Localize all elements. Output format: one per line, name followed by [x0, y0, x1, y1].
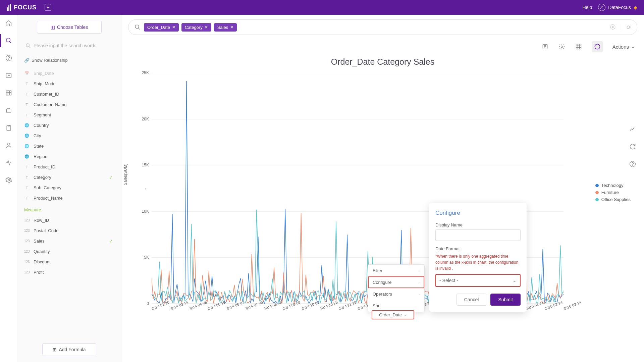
field-item[interactable]: 📅Ship_Date	[22, 68, 116, 79]
field-item[interactable]: TSub_Category	[22, 183, 116, 193]
help-chart-icon[interactable]	[629, 161, 636, 169]
field-item[interactable]: TCategory✓	[22, 172, 116, 183]
x-tick: 2016-03-14	[563, 300, 582, 311]
home-icon[interactable]	[5, 19, 12, 27]
chart-area: 05K10K15K20K25K Sales(SUM) › 2014-01-262…	[128, 69, 637, 324]
expand-caret-icon[interactable]: ›	[145, 186, 147, 192]
show-relationship-toggle[interactable]: 🔗 Show Relationship	[22, 58, 116, 63]
query-chip[interactable]: Sales✕	[214, 23, 237, 32]
measure-item[interactable]: 123Profit	[22, 267, 116, 277]
axis-context-menu: Filter› Configure› Operators› Sort	[368, 264, 425, 312]
formula-icon: ⊞	[53, 347, 57, 352]
search-nav-icon[interactable]	[5, 37, 12, 44]
svg-rect-6	[6, 109, 11, 112]
choose-tables-button[interactable]: ▥ Choose Tables	[37, 21, 102, 34]
field-item[interactable]: TSegment	[22, 110, 116, 120]
field-item[interactable]: 🌐State	[22, 141, 116, 151]
refresh-query-icon[interactable]: ⟳	[627, 24, 631, 31]
box-nav-icon[interactable]	[5, 107, 12, 114]
brand-text: FOCUS	[14, 4, 37, 11]
config-icon[interactable]	[541, 43, 549, 50]
field-item[interactable]: 🌐Country	[22, 120, 116, 131]
chart-type-icon[interactable]	[592, 41, 603, 52]
display-name-input[interactable]	[435, 229, 521, 241]
y-tick: 15K	[142, 163, 149, 167]
legend-item[interactable]: Office Supplies	[595, 197, 631, 202]
query-bar[interactable]: Order_Date✕Category✕Sales✕ ⓧ ⟳	[128, 19, 637, 35]
date-format-label: Date Format	[435, 246, 521, 251]
grid-icon[interactable]	[575, 43, 582, 50]
field-type-icon: 🌐	[24, 154, 30, 159]
field-item[interactable]: TProduct_Name	[22, 193, 116, 203]
dashboard-nav-icon[interactable]	[5, 72, 12, 79]
link-icon: 🔗	[24, 58, 30, 63]
number-type-icon: 123	[24, 270, 30, 274]
actions-dropdown[interactable]: Actions ⌄	[612, 44, 635, 50]
number-type-icon: 123	[24, 218, 30, 222]
measure-item[interactable]: 123Row_ID	[22, 215, 116, 225]
close-icon[interactable]: ✕	[172, 25, 175, 30]
chevron-right-icon: ›	[418, 280, 420, 285]
measure-item[interactable]: 123Sales✓	[22, 236, 116, 246]
date-format-warning: *When there is only one aggregated time …	[435, 253, 521, 271]
help-nav-icon[interactable]	[5, 54, 12, 62]
legend-item[interactable]: Technology	[595, 183, 631, 188]
ctx-filter[interactable]: Filter›	[368, 265, 424, 276]
chevron-right-icon: ›	[418, 292, 420, 296]
user-menu[interactable]: DataFocus ◆	[598, 4, 637, 11]
ctx-sort[interactable]: Sort	[368, 300, 424, 312]
date-format-select[interactable]: - Select - ⌄	[435, 274, 521, 287]
cancel-button[interactable]: Cancel	[457, 294, 487, 306]
user-nav-icon[interactable]	[5, 142, 12, 149]
table-nav-icon[interactable]	[5, 89, 12, 97]
main-area: Order_Date✕Category✕Sales✕ ⓧ ⟳ Actions ⌄…	[121, 15, 644, 362]
svg-point-10	[8, 179, 9, 181]
display-name-label: Display Name	[435, 222, 521, 227]
y-tick: 20K	[142, 117, 149, 121]
chart-toolbar: Actions ⌄	[128, 35, 637, 56]
add-formula-button[interactable]: ⊞ Add Formula	[42, 343, 96, 356]
line-chart-icon[interactable]	[629, 126, 636, 134]
field-item[interactable]: TCustomer_ID	[22, 89, 116, 99]
number-type-icon: 123	[24, 239, 30, 243]
field-type-icon: T	[24, 113, 30, 117]
svg-point-9	[7, 143, 10, 145]
measure-item[interactable]: 123Discount	[22, 257, 116, 267]
add-tab-button[interactable]: +	[45, 4, 51, 11]
field-search-input[interactable]: Please input the search words	[22, 41, 116, 50]
axis-pill-order-date[interactable]: Order_Date ⌄	[372, 310, 414, 319]
app-header: FOCUS + Help DataFocus ◆	[0, 0, 644, 15]
crown-icon: ◆	[634, 5, 637, 10]
field-item[interactable]: TShip_Mode	[22, 79, 116, 89]
chevron-down-icon: ⌄	[513, 278, 517, 283]
settings-icon[interactable]	[558, 43, 566, 50]
configure-title: Configure	[435, 210, 521, 216]
y-tick: 0	[147, 301, 149, 306]
field-type-icon: T	[24, 186, 30, 190]
ctx-configure[interactable]: Configure›	[368, 276, 424, 288]
fields-panel: ▥ Choose Tables Please input the search …	[17, 15, 121, 362]
close-icon[interactable]: ✕	[230, 25, 233, 30]
settings-nav-icon[interactable]	[5, 176, 12, 184]
clear-query-icon[interactable]: ⓧ	[610, 24, 615, 31]
help-link[interactable]: Help	[583, 5, 592, 10]
query-chip[interactable]: Category✕	[181, 23, 211, 32]
y-tick: 25K	[142, 70, 149, 75]
submit-button[interactable]: Submit	[490, 294, 521, 306]
y-axis-label: Sales(SUM)	[123, 163, 128, 185]
query-chip[interactable]: Order_Date✕	[144, 23, 179, 32]
activity-nav-icon[interactable]	[5, 159, 12, 166]
field-item[interactable]: 🌐Region	[22, 151, 116, 162]
field-item[interactable]: 🌐City	[22, 131, 116, 141]
svg-rect-15	[576, 44, 581, 49]
field-item[interactable]: TProduct_ID	[22, 162, 116, 172]
measure-item[interactable]: 123Quantity	[22, 246, 116, 257]
refresh-chart-icon[interactable]	[629, 143, 636, 151]
measure-item[interactable]: 123Postal_Code	[22, 225, 116, 236]
field-type-icon: T	[24, 82, 30, 86]
close-icon[interactable]: ✕	[205, 25, 208, 30]
clipboard-nav-icon[interactable]	[5, 124, 12, 132]
ctx-operators[interactable]: Operators›	[368, 288, 424, 300]
field-item[interactable]: TCustomer_Name	[22, 99, 116, 110]
legend-item[interactable]: Furniture	[595, 190, 631, 195]
